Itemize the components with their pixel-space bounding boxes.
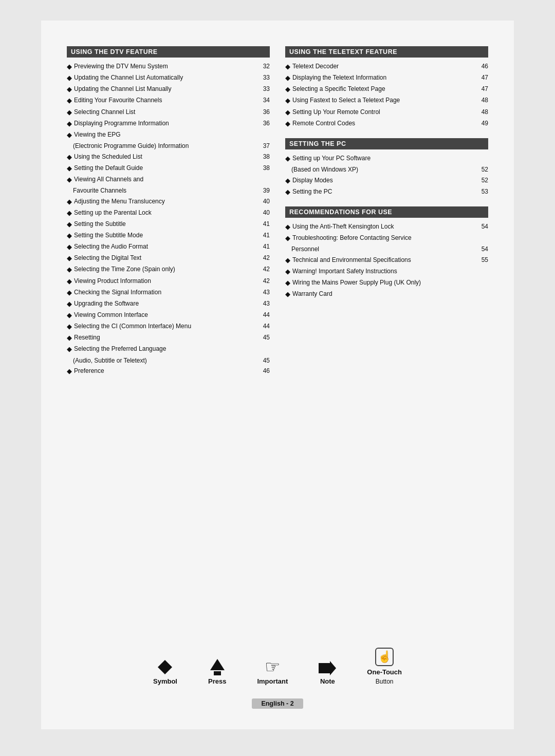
list-item: ◆Preference46 (67, 366, 270, 376)
toc-text: Selecting the Digital Text (74, 253, 261, 263)
bullet-icon: ◆ (285, 62, 290, 72)
page: USING THE DTV FEATURE ◆Previewing the DT… (41, 21, 514, 729)
toc-text: Updating the Channel List Automatically (74, 73, 261, 83)
bullet-icon: ◆ (67, 264, 72, 275)
symbol-label-note: Note (320, 677, 335, 685)
section-pc: SETTING THE PC ◆Setting up Your PC Softw… (285, 138, 488, 197)
finger-icon: ☞ (265, 658, 280, 675)
page-num: 44 (263, 310, 270, 320)
toc-text: Teletext Decoder (292, 62, 479, 71)
bullet-icon: ◆ (67, 242, 72, 252)
bullet-icon: ◆ (285, 84, 290, 94)
bullet-icon: ◆ (67, 175, 72, 185)
list-item: ◆Setting the PC 53 (285, 187, 488, 197)
page-num: 41 (263, 231, 270, 240)
page-num: 43 (263, 299, 270, 309)
symbol-label-press: Press (208, 677, 226, 685)
page-num: 48 (482, 96, 488, 105)
bullet-icon: ◆ (67, 152, 72, 162)
page-num: 33 (263, 73, 270, 83)
toc-text: Warranty Card (292, 289, 488, 299)
page-num: 41 (263, 219, 270, 229)
bullet-icon: ◆ (285, 107, 290, 118)
list-item: ◆Upgrading the Software 43 (67, 299, 270, 309)
section-header-recommendations: RECOMMENDATIONS FOR USE (285, 206, 488, 218)
section-recommendations: RECOMMENDATIONS FOR USE ◆Using the Anti-… (285, 206, 488, 299)
page-num: 36 (263, 119, 270, 128)
list-item: Favourite Channels39 (67, 186, 270, 196)
list-item: (Audio, Subtitle or Teletext)45 (67, 356, 270, 366)
toc-text: Setting up the Parental Lock (74, 208, 261, 218)
pc-items: ◆Setting up Your PC Software(Based on Wi… (285, 154, 488, 197)
page-num: 54 (482, 244, 488, 254)
bullet-icon: ◆ (67, 107, 72, 118)
right-column: USING THE TELETEXT FEATURE ◆Teletext Dec… (285, 46, 488, 617)
page-num: 40 (263, 208, 270, 218)
list-item: ◆Updating the Channel List Automatically… (67, 73, 270, 83)
page-num: 38 (263, 152, 270, 162)
bullet-icon: ◆ (67, 130, 72, 140)
list-item: ◆Wiring the Mains Power Supply Plug (UK … (285, 278, 488, 288)
bullet-icon: ◆ (285, 278, 290, 288)
toc-text: Remote Control Codes (292, 119, 479, 128)
page-num: 52 (482, 165, 488, 175)
page-num: 38 (263, 163, 270, 173)
section-header-teletext: USING THE TELETEXT FEATURE (285, 46, 488, 58)
list-item: ◆Editing Your Favourite Channels34 (67, 96, 270, 106)
bullet-icon: ◆ (67, 322, 72, 332)
bullet-icon: ◆ (67, 163, 72, 174)
page-num: 49 (482, 119, 488, 128)
toc-grid: USING THE DTV FEATURE ◆Previewing the DT… (67, 46, 488, 617)
symbol-item-important: ☞ Important (257, 658, 288, 685)
list-item: (Based on Windows XP)52 (285, 165, 488, 175)
toc-text: Setting the Subtitle (74, 219, 261, 229)
section-dtv: USING THE DTV FEATURE ◆Previewing the DT… (67, 46, 270, 376)
list-item: ◆Setting up Your PC Software (285, 154, 488, 164)
section-header-pc: SETTING THE PC (285, 138, 488, 149)
toc-text: Resetting (74, 333, 261, 343)
bullet-icon: ◆ (67, 276, 72, 287)
svg-marker-1 (319, 661, 336, 675)
bullet-icon: ◆ (285, 255, 290, 266)
page-num: 40 (263, 197, 270, 206)
bullet-icon: ◆ (285, 96, 290, 106)
page-num: 47 (482, 84, 488, 94)
list-item: ◆Displaying the Teletext Information 47 (285, 73, 488, 83)
bullet-icon: ◆ (67, 197, 72, 207)
toc-text: Selecting a Specific Teletext Page (292, 84, 479, 94)
arrow-right-icon (319, 661, 336, 675)
symbol-item-onetouch: ☝ One-Touch Button (367, 648, 402, 685)
bullet-icon: ◆ (67, 62, 72, 72)
list-item: ◆Selecting the Preferred Language (67, 344, 270, 354)
symbol-item-symbol: Symbol (153, 659, 177, 685)
page-num: 34 (263, 96, 270, 105)
list-item: ◆Resetting45 (67, 333, 270, 343)
bullet-icon: ◆ (285, 73, 290, 83)
list-item: ◆Updating the Channel List Manually 33 (67, 84, 270, 94)
list-item: (Electronic Programme Guide) Information… (67, 141, 270, 151)
page-num: 44 (263, 322, 270, 331)
bullet-icon: ◆ (285, 187, 290, 197)
diamond-icon (157, 659, 173, 675)
list-item: ◆Setting up the Parental Lock40 (67, 208, 270, 218)
bullet-icon: ◆ (67, 366, 72, 376)
list-item: Personnel54 (285, 244, 488, 254)
bullet-icon: ◆ (67, 219, 72, 230)
toc-text: Troubleshooting: Before Contacting Servi… (292, 233, 488, 243)
bullet-icon: ◆ (285, 222, 290, 232)
symbol-item-press: Press (208, 659, 226, 685)
toc-text: Upgrading the Software (74, 299, 261, 309)
svg-marker-0 (158, 660, 172, 674)
bullet-icon: ◆ (67, 333, 72, 343)
list-item: ◆Using the Scheduled List 38 (67, 152, 270, 162)
symbol-label-important: Important (257, 677, 288, 685)
list-item: ◆Using Fastext to Select a Teletext Page… (285, 96, 488, 106)
onetouch-icon: ☝ (375, 648, 394, 666)
toc-text: Setting the Subtitle Mode (74, 231, 261, 240)
page-num: 53 (482, 187, 488, 197)
bullet-icon: ◆ (67, 84, 72, 94)
toc-text: Setting Up Your Remote Control (292, 107, 479, 117)
toc-text: Selecting the Time Zone (Spain only) (74, 264, 261, 274)
list-item: ◆Selecting the CI (Common Interface) Men… (67, 322, 270, 332)
list-item: ◆Displaying Programme Information36 (67, 119, 270, 129)
